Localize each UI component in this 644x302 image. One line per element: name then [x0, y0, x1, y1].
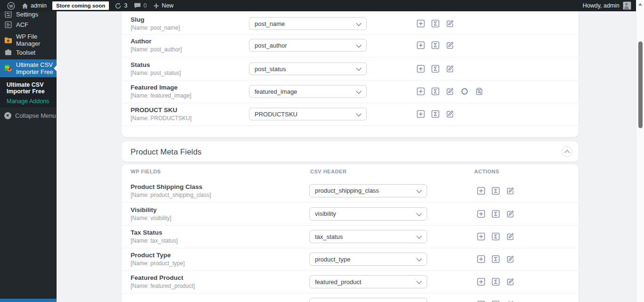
comments-count: 0 — [143, 2, 147, 9]
edit-button[interactable] — [446, 65, 454, 73]
collapse-menu-button[interactable]: Collapse Menu — [0, 108, 57, 122]
section-title: Product Meta Fields — [131, 147, 202, 156]
edit-button[interactable] — [506, 255, 514, 263]
scrollbar-up-arrow-icon[interactable] — [638, 3, 642, 6]
acf-icon — [4, 21, 12, 29]
function-sigma-button[interactable] — [492, 278, 500, 286]
edit-button[interactable] — [446, 20, 454, 28]
plus-icon — [153, 3, 159, 9]
csv-header-select[interactable]: product_type — [309, 253, 427, 266]
field-row-visibility: Visibility [Name: visibility] visibility — [122, 202, 578, 225]
function-sigma-button[interactable] — [431, 88, 439, 96]
csv-header-select[interactable]: visibility — [309, 207, 427, 220]
field-label: Tax Status — [131, 229, 178, 237]
function-sigma-button[interactable] — [431, 20, 439, 28]
add-mapping-button[interactable] — [477, 255, 485, 263]
function-sigma-button[interactable] — [492, 255, 500, 263]
add-mapping-button[interactable] — [417, 41, 425, 49]
select-value: tax_status — [315, 233, 343, 240]
add-mapping-button[interactable] — [417, 88, 425, 96]
add-mapping-button[interactable] — [417, 65, 425, 73]
field-row-slug: Slug [Name: post_name] post_name — [122, 13, 578, 34]
csv-header-select[interactable]: post_status — [249, 62, 367, 75]
openai-icon[interactable] — [461, 88, 469, 96]
admin-bar-left: W admin Store coming soon 3 0 New — [0, 0, 583, 11]
edit-button[interactable] — [506, 233, 514, 241]
csv-header-select[interactable] — [309, 298, 427, 302]
field-label: Product Shipping Class — [131, 183, 211, 191]
csv-header-select[interactable]: tax_status — [309, 230, 427, 243]
sidebar-item-toolset[interactable]: Toolset — [0, 45, 57, 59]
briefcase-icon — [4, 49, 12, 57]
add-mapping-button[interactable] — [477, 278, 485, 286]
function-sigma-button[interactable] — [492, 210, 500, 218]
function-sigma-button[interactable] — [492, 233, 500, 241]
field-label: Visibility — [131, 206, 172, 214]
field-row-featured-image: Featured Image [Name: featured_image] fe… — [122, 80, 578, 103]
site-menu-item[interactable]: admin — [18, 0, 50, 11]
howdy-text[interactable]: Howdy, admin — [583, 2, 619, 9]
sidebar-bottom-strip — [0, 299, 57, 302]
new-content-menu-item[interactable]: New — [150, 0, 177, 11]
add-mapping-button[interactable] — [477, 187, 485, 195]
csv-importer-submenu: Ultimate CSV Importer Free Manage Addons — [0, 77, 57, 107]
select-value: PRODUCTSKU — [255, 111, 297, 118]
submenu-item-manage-addons[interactable]: Manage Addons — [7, 98, 54, 105]
edit-button[interactable] — [506, 278, 514, 286]
function-sigma-button[interactable] — [431, 110, 439, 118]
sidebar-item-acf[interactable]: ACF — [0, 17, 57, 32]
select-value: post_author — [255, 42, 287, 49]
folder-icon: @ — [4, 36, 12, 44]
edit-button[interactable] — [506, 187, 514, 195]
wp-admin-bar: W admin Store coming soon 3 0 New Howdy,… — [0, 0, 636, 11]
chevron-down-icon — [356, 65, 361, 71]
field-label: Author — [131, 38, 182, 45]
submenu-item-importer[interactable]: Ultimate CSV Importer Free — [7, 82, 54, 95]
function-sigma-button[interactable] — [492, 187, 500, 195]
function-sigma-button[interactable] — [431, 41, 439, 49]
edit-button[interactable] — [446, 110, 454, 118]
csv-header-select[interactable]: product_shipping_class — [309, 184, 427, 197]
add-mapping-button[interactable] — [417, 20, 425, 28]
chevron-up-icon — [564, 150, 570, 155]
avatar[interactable] — [623, 1, 631, 10]
sidebar-item-ultimate-csv-importer[interactable]: CSV Ultimate CSV Importer Free — [0, 59, 57, 77]
edit-button[interactable] — [446, 88, 454, 96]
csv-header-select[interactable]: featured_image — [249, 85, 367, 98]
field-row-tax-status: Tax Status [Name: tax_status] tax_status — [122, 225, 578, 248]
field-row-product-shipping-class: Product Shipping Class [Name: product_sh… — [122, 179, 578, 202]
clipboard-search-icon[interactable] — [475, 88, 483, 96]
home-icon — [22, 3, 28, 9]
csv-header-select[interactable]: PRODUCTSKU — [249, 108, 367, 121]
csv-header-select[interactable]: post_author — [249, 39, 367, 52]
collapse-section-button[interactable] — [561, 146, 572, 157]
csv-header-select[interactable]: post_name — [249, 17, 367, 30]
field-name: [Name: tax_status] — [131, 237, 178, 244]
current-menu-arrow — [54, 65, 57, 71]
admin-bar-right: Howdy, admin — [583, 1, 636, 10]
product-meta-fields-header-card: Product Meta Fields — [122, 141, 578, 162]
csv-header-select[interactable]: featured_product — [309, 275, 427, 288]
edit-button[interactable] — [446, 41, 454, 49]
field-label: PRODUCT SKU — [131, 106, 191, 114]
csv-importer-icon: CSV — [4, 65, 12, 73]
comments-menu-item[interactable]: 0 — [131, 0, 150, 11]
field-name: [Name: post_author] — [131, 46, 182, 53]
edit-button[interactable] — [506, 210, 514, 218]
field-name: [Name: post_status] — [131, 70, 181, 76]
new-label: New — [162, 2, 173, 9]
select-value: product_type — [315, 256, 350, 263]
wordpress-logo-icon[interactable]: W — [4, 0, 18, 11]
field-row-tax-class: Tax Class — [122, 293, 578, 302]
function-sigma-button[interactable] — [431, 65, 439, 73]
product-meta-fields-card: WP FIELDS CSV HEADER ACTIONS Product Shi… — [122, 164, 578, 302]
scrollbar[interactable] — [636, 0, 644, 302]
add-mapping-button[interactable] — [477, 210, 485, 218]
add-mapping-button[interactable] — [417, 110, 425, 118]
scrollbar-thumb[interactable] — [638, 41, 643, 128]
svg-text:W: W — [9, 3, 13, 8]
updates-menu-item[interactable]: 3 — [111, 0, 131, 11]
chevron-down-icon — [416, 256, 421, 261]
add-mapping-button[interactable] — [477, 233, 485, 241]
chevron-down-icon — [416, 278, 421, 284]
